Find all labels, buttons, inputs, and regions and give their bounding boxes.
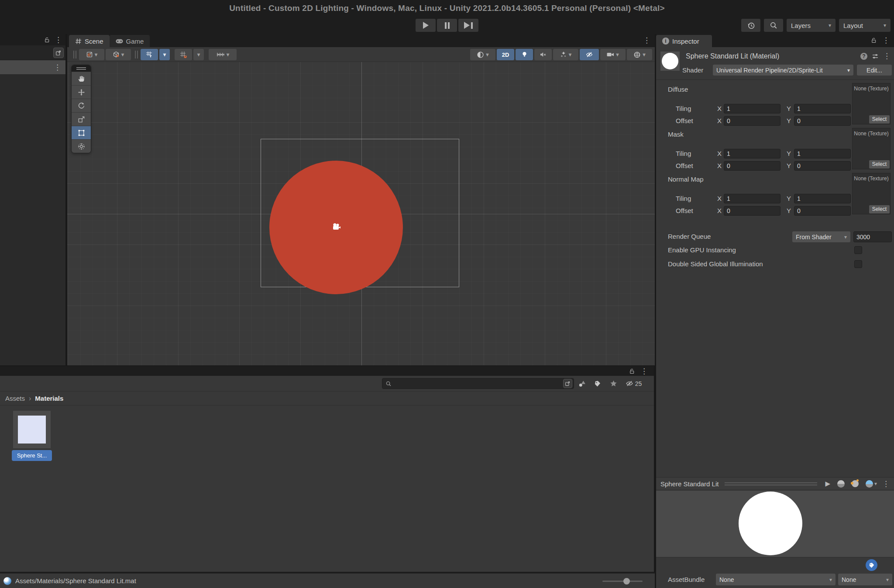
breadcrumb-materials[interactable]: Materials <box>35 395 63 402</box>
audio-mute-toggle[interactable] <box>534 49 552 60</box>
favorites-button[interactable] <box>605 378 621 389</box>
transform-tool-button[interactable] <box>72 140 91 153</box>
inspector-menu-icon[interactable]: ⋮ <box>882 37 890 44</box>
diffuse-offset-y-input[interactable] <box>794 116 851 126</box>
normal-map-texture-slot[interactable]: None (Texture) Select <box>852 173 891 214</box>
texture-select-button[interactable]: Select <box>869 115 890 124</box>
material-menu-icon[interactable]: ⋮ <box>883 52 891 60</box>
search-button[interactable] <box>764 19 783 32</box>
help-icon[interactable]: ? <box>860 53 867 60</box>
diffuse-texture-slot[interactable]: None (Texture) Select <box>852 83 891 124</box>
active-tool-dropdown[interactable]: ▾ <box>79 49 104 60</box>
preview-mesh-button[interactable] <box>836 480 846 488</box>
scene-lighting-toggle[interactable] <box>516 49 533 60</box>
tab-scene[interactable]: Scene <box>69 35 110 47</box>
render-queue-value-input[interactable] <box>853 231 892 242</box>
normal-offset-y-input[interactable] <box>794 206 851 216</box>
scene-visibility-toggle[interactable] <box>580 49 599 60</box>
mask-offset-y-input[interactable] <box>794 161 851 171</box>
preview-drag-handle[interactable] <box>725 482 817 485</box>
camera-gizmo-icon[interactable] <box>331 223 342 231</box>
project-search-field[interactable] <box>382 378 574 389</box>
project-panel-menu-icon[interactable]: ⋮ <box>640 368 648 375</box>
open-in-window-button[interactable] <box>53 48 64 58</box>
shading-mode-dropdown[interactable]: ▾ <box>470 49 495 60</box>
slider-knob[interactable] <box>623 578 630 585</box>
left-panel-header-row[interactable]: ⋮ <box>0 60 65 74</box>
tab-inspector[interactable]: i Inspector <box>656 35 712 47</box>
toolbar-grip[interactable] <box>73 51 76 58</box>
unlock-icon[interactable] <box>44 37 50 43</box>
overlay-drag-handle[interactable] <box>72 65 91 72</box>
project-search-input[interactable] <box>394 380 560 387</box>
left-panel-search-row[interactable] <box>0 45 65 60</box>
mask-texture-slot[interactable]: None (Texture) Select <box>852 128 891 169</box>
grid-dropdown[interactable]: ▾ <box>159 49 170 60</box>
texture-select-button[interactable]: Select <box>869 205 890 213</box>
layers-dropdown[interactable]: Layers ▾ <box>787 19 836 32</box>
scale-tool-button[interactable] <box>72 113 91 126</box>
material-preview-area[interactable] <box>656 491 894 557</box>
asset-label-button[interactable] <box>866 559 877 571</box>
project-content[interactable]: Sphere St... <box>0 406 654 571</box>
unlock-icon[interactable] <box>629 368 635 375</box>
normal-tiling-y-input[interactable] <box>794 194 851 203</box>
unlock-icon[interactable] <box>870 37 877 44</box>
mask-offset-x-input[interactable] <box>724 161 781 171</box>
rect-tool-button[interactable] <box>72 126 91 139</box>
undo-history-button[interactable] <box>741 19 760 32</box>
move-tool-button[interactable] <box>72 86 91 99</box>
2d-mode-toggle[interactable]: 2D <box>497 49 514 60</box>
preview-menu-icon[interactable]: ⋮ <box>882 480 890 488</box>
open-search-in-window-button[interactable] <box>563 379 572 388</box>
snap-increment-dropdown[interactable]: ▾ <box>209 49 237 60</box>
layout-dropdown[interactable]: Layout ▾ <box>839 19 891 32</box>
shader-edit-button[interactable]: Edit... <box>857 65 892 76</box>
panel-menu-icon[interactable]: ⋮ <box>55 36 62 44</box>
material-asset-thumbnail[interactable] <box>13 411 51 448</box>
material-asset-label[interactable]: Sphere St... <box>12 450 52 461</box>
preview-header[interactable]: Sphere Standard Lit ▶ ▾ ⋮ <box>656 477 894 490</box>
hidden-items-toggle[interactable]: 25 <box>621 378 646 389</box>
breadcrumb-assets[interactable]: Assets <box>5 395 25 402</box>
play-button[interactable] <box>416 19 436 32</box>
mask-tiling-x-input[interactable] <box>724 149 781 158</box>
preview-environment-dropdown[interactable]: ▾ <box>864 480 879 488</box>
scene-panel-menu-icon[interactable]: ⋮ <box>643 37 650 44</box>
search-by-type-button[interactable] <box>574 378 590 389</box>
normal-offset-x-input[interactable] <box>724 206 781 216</box>
pause-button[interactable] <box>437 19 457 32</box>
thumbnail-size-slider[interactable] <box>602 581 643 582</box>
camera-settings-dropdown[interactable]: ▾ <box>600 49 626 60</box>
scene-viewport[interactable] <box>67 62 655 365</box>
normal-tiling-x-input[interactable] <box>724 194 781 203</box>
render-queue-dropdown[interactable]: From Shader ▾ <box>792 231 850 242</box>
row-menu-icon[interactable]: ⋮ <box>54 64 61 71</box>
effects-dropdown[interactable]: ▾ <box>553 49 578 60</box>
gpu-instancing-checkbox[interactable] <box>854 246 862 254</box>
tab-game[interactable]: Game <box>110 35 150 47</box>
hand-tool-button[interactable] <box>72 72 91 85</box>
asset-bundle-dropdown[interactable]: None ▾ <box>716 574 836 585</box>
toolbar-grip[interactable] <box>135 51 138 58</box>
preview-lighting-button[interactable] <box>850 480 860 487</box>
shader-dropdown[interactable]: Universal Render Pipeline/2D/Sprite-Lit … <box>713 65 853 76</box>
grid-visibility-toggle[interactable] <box>141 49 158 60</box>
diffuse-offset-x-input[interactable] <box>724 116 781 126</box>
snap-dropdown[interactable]: ▾ <box>193 49 204 60</box>
step-button[interactable] <box>458 19 478 32</box>
diffuse-tiling-y-input[interactable] <box>794 104 851 113</box>
gizmos-dropdown[interactable]: ▾ <box>627 49 652 60</box>
mask-tiling-y-input[interactable] <box>794 149 851 158</box>
search-by-label-button[interactable] <box>590 378 605 389</box>
preview-play-button[interactable]: ▶ <box>823 480 832 488</box>
asset-bundle-variant-dropdown[interactable]: None ▾ <box>838 574 892 585</box>
gamepad-icon <box>116 38 123 44</box>
diffuse-tiling-x-input[interactable] <box>724 104 781 113</box>
grid-snap-toggle[interactable] <box>175 49 192 60</box>
rotate-tool-button[interactable] <box>72 99 91 112</box>
double-sided-checkbox[interactable] <box>854 260 862 268</box>
texture-select-button[interactable]: Select <box>869 160 890 168</box>
pivot-dropdown[interactable]: ▾ <box>106 49 131 60</box>
presets-icon[interactable] <box>872 53 879 60</box>
